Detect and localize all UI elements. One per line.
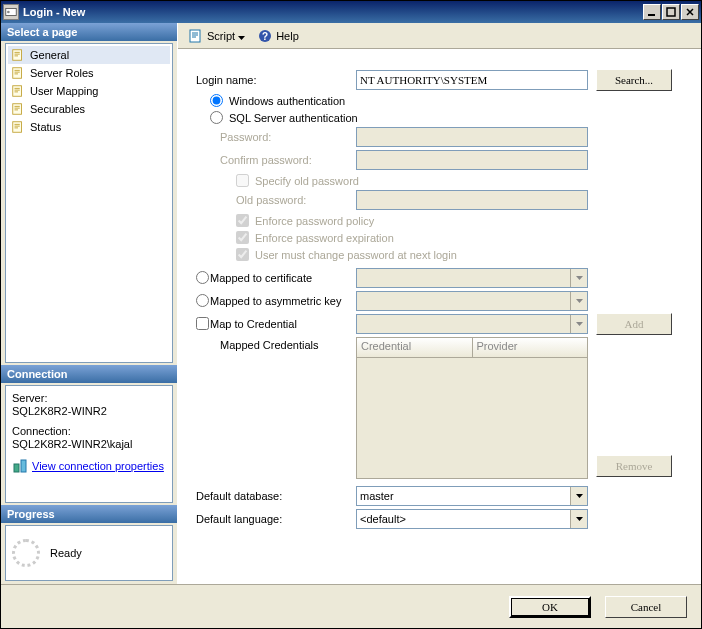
page-label: General [30, 49, 69, 61]
progress-ring-icon [12, 539, 40, 567]
svg-text:?: ? [262, 31, 268, 42]
page-icon [10, 47, 26, 63]
maximize-button[interactable] [662, 4, 680, 20]
enforce-policy-label: Enforce password policy [255, 215, 374, 227]
certificate-combo [356, 268, 588, 288]
chevron-down-icon [238, 30, 245, 42]
connection-value: SQL2K8R2-WINR2\kajal [12, 438, 166, 450]
map-credential-checkbox[interactable] [196, 317, 209, 330]
credential-combo [356, 314, 588, 334]
must-change-password-checkbox [236, 248, 249, 261]
svg-point-1 [7, 11, 10, 14]
svg-rect-11 [190, 30, 200, 42]
search-button[interactable]: Search... [596, 69, 672, 91]
enforce-policy-checkbox [236, 214, 249, 227]
connection-label: Connection: [12, 425, 166, 437]
provider-column: Provider [473, 338, 588, 358]
content-toolbar: Script ? Help [178, 23, 701, 49]
chevron-down-icon [570, 487, 587, 505]
help-icon: ? [257, 28, 273, 44]
mapped-asymmetric-label: Mapped to asymmetric key [210, 295, 356, 307]
svg-rect-8 [13, 122, 22, 133]
svg-rect-3 [667, 8, 675, 16]
mapped-certificate-radio[interactable] [196, 271, 209, 284]
enforce-expiration-checkbox [236, 231, 249, 244]
login-name-input[interactable] [356, 70, 588, 90]
page-label: Status [30, 121, 61, 133]
must-change-password-label: User must change password at next login [255, 249, 457, 261]
mapped-asymmetric-radio[interactable] [196, 294, 209, 307]
server-value: SQL2K8R2-WINR2 [12, 405, 166, 417]
close-button[interactable] [681, 4, 699, 20]
script-icon [188, 28, 204, 44]
svg-rect-4 [13, 50, 22, 61]
dialog-footer: OK Cancel [1, 584, 701, 628]
help-button[interactable]: ? Help [253, 26, 303, 46]
progress-status: Ready [50, 547, 82, 559]
page-securables[interactable]: Securables [8, 100, 170, 118]
password-label: Password: [196, 131, 356, 143]
svg-rect-5 [13, 68, 22, 79]
page-label: User Mapping [30, 85, 98, 97]
page-user-mapping[interactable]: User Mapping [8, 82, 170, 100]
default-database-label: Default database: [196, 490, 356, 502]
mapped-credentials-label: Mapped Credentials [196, 337, 356, 351]
connection-header: Connection [1, 365, 177, 383]
script-button[interactable]: Script [184, 26, 249, 46]
old-password-input [356, 190, 588, 210]
svg-rect-7 [13, 104, 22, 115]
credentials-table: Credential Provider [356, 337, 588, 479]
confirm-password-label: Confirm password: [196, 154, 356, 166]
ok-button[interactable]: OK [509, 596, 591, 618]
cancel-button[interactable]: Cancel [605, 596, 687, 618]
map-credential-label: Map to Credential [210, 318, 356, 330]
default-language-label: Default language: [196, 513, 356, 525]
page-label: Server Roles [30, 67, 94, 79]
sidebar: Select a page General Server Roles User … [1, 23, 178, 584]
page-status[interactable]: Status [8, 118, 170, 136]
confirm-password-input [356, 150, 588, 170]
windows-auth-radio[interactable] [210, 94, 223, 107]
login-form: Login name: Search... Windows authentica… [178, 49, 701, 535]
window-icon [3, 4, 19, 20]
progress-box: Ready [5, 525, 173, 581]
asymmetric-combo [356, 291, 588, 311]
view-connection-properties-link[interactable]: View connection properties [32, 460, 164, 472]
sql-auth-label: SQL Server authentication [229, 112, 358, 124]
chevron-down-icon [570, 315, 587, 333]
select-page-header: Select a page [1, 23, 177, 41]
svg-rect-9 [14, 464, 19, 472]
password-input [356, 127, 588, 147]
mapped-certificate-label: Mapped to certificate [210, 272, 356, 284]
login-name-label: Login name: [196, 74, 356, 86]
title-bar[interactable]: Login - New [1, 1, 701, 23]
page-icon [10, 65, 26, 81]
page-list: General Server Roles User Mapping Secura… [5, 43, 173, 363]
add-button: Add [596, 313, 672, 335]
connection-info: Server: SQL2K8R2-WINR2 Connection: SQL2K… [5, 385, 173, 503]
page-icon [10, 101, 26, 117]
sql-auth-radio[interactable] [210, 111, 223, 124]
page-label: Securables [30, 103, 85, 115]
windows-auth-label: Windows authentication [229, 95, 345, 107]
default-language-combo[interactable]: <default> [356, 509, 588, 529]
credential-column: Credential [357, 338, 473, 358]
specify-old-password-checkbox [236, 174, 249, 187]
default-database-combo[interactable]: master [356, 486, 588, 506]
old-password-label: Old password: [196, 194, 356, 206]
server-label: Server: [12, 392, 166, 404]
page-server-roles[interactable]: Server Roles [8, 64, 170, 82]
svg-rect-10 [21, 460, 26, 472]
minimize-button[interactable] [643, 4, 661, 20]
remove-button: Remove [596, 455, 672, 477]
svg-rect-6 [13, 86, 22, 97]
specify-old-password-label: Specify old password [255, 175, 359, 187]
svg-rect-2 [648, 14, 655, 16]
properties-icon [12, 458, 28, 474]
chevron-down-icon [570, 292, 587, 310]
page-general[interactable]: General [8, 46, 170, 64]
window-title: Login - New [23, 6, 643, 18]
content-pane: Script ? Help Login name: Search... Wind… [178, 23, 701, 584]
page-icon [10, 83, 26, 99]
chevron-down-icon [570, 269, 587, 287]
